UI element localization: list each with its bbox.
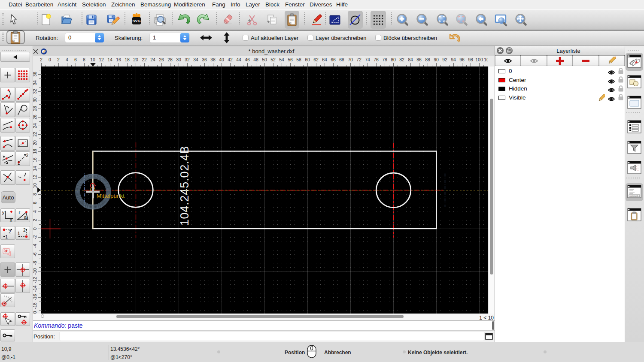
svg-text:1: 1 [18,161,20,166]
svg-text:14: 14 [33,166,37,171]
svg-text:y: y [2,210,5,215]
svg-text:46: 46 [245,57,250,62]
svg-text:104.245.02.4B: 104.245.02.4B [178,146,191,226]
svg-text:22: 22 [33,132,37,137]
svg-text:34: 34 [193,57,198,62]
svg-text:Mittelpunkt: Mittelpunkt [97,193,125,199]
svg-text:a: a [24,214,27,220]
svg-text:38: 38 [210,57,216,62]
svg-text:1: 1 [18,231,20,236]
svg-text:18: 18 [125,57,130,62]
svg-text:2: 2 [9,229,11,234]
svg-text:36: 36 [33,72,37,77]
svg-text:68: 68 [339,57,344,62]
svg-text:76: 76 [374,57,379,62]
svg-text:26: 26 [159,57,164,62]
svg-text:-16: -16 [33,294,37,300]
svg-text:2: 2 [23,228,26,232]
svg-text:78: 78 [382,57,387,62]
svg-text:30: 30 [33,97,37,103]
svg-text:0: 0 [33,227,37,230]
svg-text:6: 6 [33,202,37,204]
svg-text:14: 14 [107,57,112,62]
svg-text:32: 32 [185,57,190,62]
svg-text:92: 92 [442,57,447,62]
svg-text:18: 18 [33,149,37,154]
svg-text:50: 50 [262,57,267,62]
svg-text:-12: -12 [33,277,37,283]
svg-text:56: 56 [288,57,293,62]
svg-text:100: 100 [475,57,483,62]
svg-text:44: 44 [236,57,241,62]
svg-text:20: 20 [33,140,37,145]
svg-text:32: 32 [33,89,37,94]
svg-text:-4: -4 [33,244,37,247]
svg-text:6: 6 [74,57,77,62]
svg-text:30: 30 [176,57,181,62]
svg-text:-10: -10 [33,268,37,275]
svg-text:60: 60 [305,57,310,62]
svg-text:r: r [19,210,21,215]
svg-text:70: 70 [348,57,353,62]
svg-text:26: 26 [33,115,37,120]
svg-text:28: 28 [167,57,173,62]
svg-text:86: 86 [416,57,422,62]
svg-text:x: x [10,217,12,223]
svg-text:98: 98 [468,57,473,62]
svg-text:28: 28 [33,106,37,111]
svg-text:34: 34 [33,80,37,85]
svg-text:2: 2 [40,57,43,62]
svg-text:58: 58 [296,57,301,62]
svg-text:1: 1 [5,235,8,239]
svg-text:84: 84 [408,57,413,62]
svg-text:4: 4 [66,57,68,62]
svg-text:64: 64 [322,57,327,62]
svg-text:-2: -2 [33,235,37,239]
svg-text:10: 10 [90,57,95,62]
svg-text:80: 80 [391,57,396,62]
svg-text:42: 42 [228,57,233,62]
svg-text:command: command [630,195,638,197]
svg-text:24: 24 [33,123,37,128]
svg-text:-18: -18 [33,302,37,309]
svg-text:82: 82 [399,57,404,62]
svg-text:62: 62 [313,57,319,62]
svg-text:8: 8 [83,57,85,62]
svg-text:-14: -14 [33,285,37,292]
svg-text:10: 10 [33,183,37,188]
svg-text:16: 16 [33,157,37,163]
svg-text:4: 4 [33,210,37,213]
svg-text:94: 94 [451,57,456,62]
svg-text:12: 12 [33,175,37,180]
svg-text:72: 72 [356,57,361,62]
svg-text:22: 22 [142,57,147,62]
svg-text:90: 90 [434,57,439,62]
svg-text:SVG: SVG [132,19,140,23]
svg-text:96: 96 [459,57,465,62]
svg-text:2: 2 [26,153,29,158]
svg-text:8: 8 [33,193,37,196]
svg-text:40: 40 [219,57,224,62]
svg-text:2: 2 [57,57,60,62]
svg-text:-8: -8 [33,261,37,265]
svg-text:-6: -6 [33,252,37,256]
svg-text:16: 16 [116,57,121,62]
svg-text:0: 0 [49,57,51,62]
svg-text:20: 20 [133,57,138,62]
svg-text:52: 52 [270,57,276,62]
svg-text:24: 24 [150,57,155,62]
svg-text:54: 54 [279,57,284,62]
svg-text:2: 2 [33,219,37,221]
svg-text:48: 48 [253,57,258,62]
svg-text:88: 88 [425,57,430,62]
svg-text:12: 12 [99,57,104,62]
svg-text:102: 102 [484,57,488,62]
svg-text:74: 74 [365,57,370,62]
svg-text:66: 66 [331,57,336,62]
svg-text:36: 36 [202,57,207,62]
